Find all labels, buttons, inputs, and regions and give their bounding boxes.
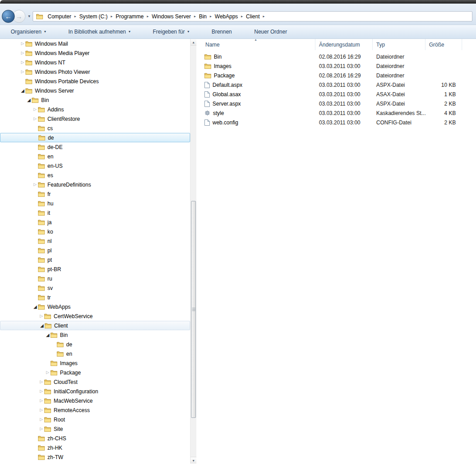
tree-item-ja[interactable]: ja <box>0 217 190 227</box>
tree-item-de[interactable]: de <box>0 340 190 349</box>
breadcrumb-item-bin[interactable]: Bin <box>196 12 209 21</box>
tree-item-package[interactable]: ▷Package <box>0 368 190 377</box>
tree-item-de-de[interactable]: de-DE <box>0 142 190 152</box>
tree-item-clientrestore[interactable]: ▷ClientRestore <box>0 114 190 123</box>
tree-item-site[interactable]: ▷Site <box>0 424 190 434</box>
tree-item-ko[interactable]: ko <box>0 227 190 236</box>
tree-item-en[interactable]: en <box>0 152 190 161</box>
recent-locations-dropdown-icon[interactable]: ▾ <box>28 14 30 18</box>
twisty-collapsed-icon[interactable]: ▷ <box>38 417 44 421</box>
tree-item-cloudtest[interactable]: ▷CloudTest <box>0 377 190 387</box>
address-bar[interactable]: Computer▸System (C:)▸Programme▸Windows S… <box>33 11 472 21</box>
twisty-collapsed-icon[interactable]: ▷ <box>32 107 38 111</box>
twisty-collapsed-icon[interactable]: ▷ <box>38 380 44 384</box>
tree-item-bin[interactable]: ◢Bin <box>0 330 190 340</box>
tree-item-pl[interactable]: pl <box>0 246 190 255</box>
breadcrumb-item-client[interactable]: Client <box>243 12 263 21</box>
tree-item-initialconfiguration[interactable]: ▷InitialConfiguration <box>0 387 190 396</box>
tree-item-zh-chs[interactable]: zh-CHS <box>0 434 190 443</box>
tree-item-client[interactable]: ◢Client <box>0 321 190 330</box>
file-row-images[interactable]: Images03.03.2011 03:00Dateiordner <box>196 61 476 71</box>
breadcrumb-item-windows-server[interactable]: Windows Server <box>149 12 193 21</box>
twisty-collapsed-icon[interactable]: ▷ <box>20 60 26 64</box>
tree-item-images[interactable]: Images <box>0 358 190 368</box>
scroll-up-button[interactable]: ▲ <box>191 39 196 46</box>
file-row-global-asax[interactable]: Global.asax03.03.2011 03:00ASAX-Datei1 K… <box>196 89 476 99</box>
twisty-collapsed-icon[interactable]: ▷ <box>38 314 44 318</box>
tree-item-en[interactable]: en <box>0 349 190 358</box>
tree-item-remoteaccess[interactable]: ▷RemoteAccess <box>0 405 190 415</box>
twisty-expanded-icon[interactable]: ◢ <box>26 98 32 102</box>
tree-item-pt[interactable]: pt <box>0 255 190 264</box>
tree-item-es[interactable]: es <box>0 170 190 180</box>
file-row-web-config[interactable]: web.config03.03.2011 03:00CONFIG-Datei2 … <box>196 118 476 127</box>
tree-item-webapps[interactable]: ◢WebApps <box>0 302 190 311</box>
toolbar-button-organisieren[interactable]: Organisieren▾ <box>6 27 51 37</box>
tree-item-addins[interactable]: ▷Addins <box>0 105 190 114</box>
twisty-expanded-icon[interactable]: ◢ <box>39 324 45 328</box>
file-row-package[interactable]: Package02.08.2016 16:29Dateiordner <box>196 71 476 80</box>
tree-item-windows-server[interactable]: ◢Windows Server <box>0 86 190 95</box>
tree-item-windows-media-player[interactable]: ▷Windows Media Player <box>0 48 190 58</box>
tree-item-certwebservice[interactable]: ▷CertWebService <box>0 311 190 321</box>
tree-item-macwebservice[interactable]: ▷MacWebService <box>0 396 190 405</box>
twisty-collapsed-icon[interactable]: ▷ <box>20 51 26 55</box>
file-row-default-aspx[interactable]: Default.aspx03.03.2011 03:00ASPX-Datei10… <box>196 80 476 89</box>
tree-item-nl[interactable]: nl <box>0 236 190 246</box>
tree-item-ru[interactable]: ru <box>0 274 190 283</box>
tree-item-root[interactable]: ▷Root <box>0 415 190 424</box>
tree-item-it[interactable]: it <box>0 208 190 217</box>
twisty-collapsed-icon[interactable]: ▷ <box>20 70 26 74</box>
tree-item-zh-hk[interactable]: zh-HK <box>0 443 190 452</box>
column-header-typ[interactable]: Typ <box>373 39 425 50</box>
twisty-collapsed-icon[interactable]: ▷ <box>32 183 38 187</box>
breadcrumb-separator-icon[interactable]: ▸ <box>110 15 113 18</box>
toolbar-button-brennen[interactable]: Brennen <box>207 27 236 37</box>
back-button[interactable]: ← <box>2 10 15 23</box>
tree-item-windows-nt[interactable]: ▷Windows NT <box>0 58 190 67</box>
column-header-name[interactable]: ▴Name <box>196 39 315 50</box>
tree-item-de[interactable]: de <box>0 133 190 142</box>
breadcrumb-separator-icon[interactable]: ▸ <box>263 15 265 18</box>
twisty-collapsed-icon[interactable]: ▷ <box>38 408 44 412</box>
twisty-collapsed-icon[interactable]: ▷ <box>38 399 44 403</box>
breadcrumb-item-computer[interactable]: Computer <box>45 12 74 21</box>
tree-item-bin[interactable]: ◢Bin <box>0 95 190 105</box>
column-header-nderungsdatum[interactable]: Änderungsdatum <box>315 39 373 50</box>
file-row-server-aspx[interactable]: Server.aspx03.03.2011 03:00ASPX-Datei2 K… <box>196 99 476 108</box>
tree-item-en-us[interactable]: en-US <box>0 161 190 170</box>
toolbar-button-in-bibliothek-aufnehmen[interactable]: In Bibliothek aufnehmen▾ <box>64 27 135 37</box>
twisty-collapsed-icon[interactable]: ▷ <box>38 427 44 431</box>
tree-item-windows-photo-viewer[interactable]: ▷Windows Photo Viewer <box>0 67 190 77</box>
tree-item-featuredefinitions[interactable]: ▷FeatureDefinitions <box>0 180 190 189</box>
tree-item-windows-mail[interactable]: ▷Windows Mail <box>0 39 190 48</box>
breadcrumb-separator-icon[interactable]: ▸ <box>241 15 243 18</box>
tree-item-pt-br[interactable]: pt-BR <box>0 264 190 274</box>
toolbar-button-neuer-ordner[interactable]: Neuer Ordner <box>250 27 291 37</box>
twisty-collapsed-icon[interactable]: ▷ <box>38 389 44 393</box>
twisty-collapsed-icon[interactable]: ▷ <box>45 370 51 375</box>
tree-item-cs[interactable]: cs <box>0 123 190 133</box>
toolbar-button-freigeben-f-r[interactable]: Freigeben für▾ <box>149 27 194 37</box>
tree-item-hu[interactable]: hu <box>0 199 190 208</box>
twisty-expanded-icon[interactable]: ◢ <box>20 89 26 93</box>
twisty-collapsed-icon[interactable]: ▷ <box>20 42 26 46</box>
breadcrumb-item-programme[interactable]: Programme <box>113 12 147 21</box>
scrollbar-thumb[interactable] <box>191 201 196 418</box>
tree-item-zh-tw[interactable]: zh-TW <box>0 452 190 462</box>
breadcrumb-separator-icon[interactable]: ▸ <box>194 15 196 18</box>
tree-item-fr[interactable]: fr <box>0 189 190 199</box>
file-row-style[interactable]: style03.03.2011 03:00Kaskadierendes St..… <box>196 108 476 118</box>
column-header-gr-e[interactable]: Größe <box>425 39 462 50</box>
twisty-expanded-icon[interactable]: ◢ <box>32 305 38 309</box>
tree-item-sv[interactable]: sv <box>0 283 190 293</box>
tree-item-windows-portable-devices[interactable]: Windows Portable Devices <box>0 77 190 86</box>
twisty-expanded-icon[interactable]: ◢ <box>45 333 51 337</box>
tree-scrollbar[interactable]: ▲ ▼ <box>190 39 196 464</box>
breadcrumb-item-webapps[interactable]: WebApps <box>212 12 241 21</box>
file-row-bin[interactable]: Bin02.08.2016 16:29Dateiordner <box>196 52 476 61</box>
breadcrumb-item-system-c[interactable]: System (C:) <box>76 12 110 21</box>
twisty-collapsed-icon[interactable]: ▷ <box>32 117 38 121</box>
scroll-down-button[interactable]: ▼ <box>191 457 196 464</box>
tree-item-tr[interactable]: tr <box>0 293 190 302</box>
